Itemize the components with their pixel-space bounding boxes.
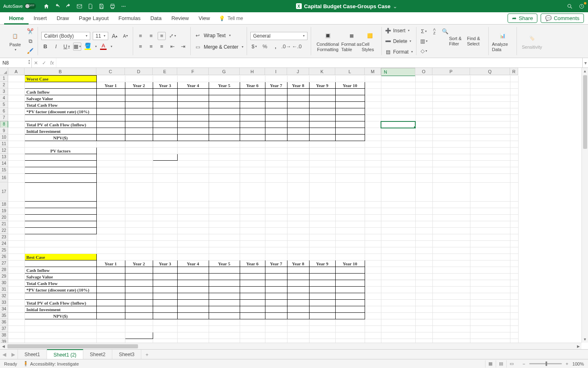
row-header-14[interactable]: 14 <box>0 160 8 167</box>
cell-K15[interactable] <box>309 167 335 174</box>
cell-A34[interactable] <box>8 306 24 313</box>
cell-A5[interactable] <box>8 102 24 108</box>
search-icon[interactable] <box>567 3 573 9</box>
cell-E9[interactable] <box>153 128 177 135</box>
cell-Q25[interactable] <box>470 247 510 254</box>
cell-L1[interactable] <box>335 76 365 82</box>
cell-O21[interactable] <box>415 221 432 228</box>
cell-D35[interactable] <box>125 313 153 319</box>
row-header-6[interactable]: 6 <box>0 108 8 114</box>
cell-B12[interactable]: PV factors <box>24 148 96 154</box>
cell-I9[interactable] <box>265 128 287 135</box>
cell-E31[interactable] <box>153 287 177 293</box>
cell-N15[interactable] <box>381 167 415 174</box>
share-button[interactable]: ➦ Share <box>508 13 537 23</box>
cell-A19[interactable] <box>8 208 24 215</box>
cell-K38[interactable] <box>309 332 335 339</box>
cell-M12[interactable] <box>365 148 381 154</box>
cell-I18[interactable] <box>265 202 287 208</box>
cell-P37[interactable] <box>432 326 470 332</box>
cell-Q1[interactable] <box>470 76 510 82</box>
cell-R1[interactable] <box>510 76 518 82</box>
cell-B11[interactable] <box>24 141 96 148</box>
cell-I27[interactable]: Year 7 <box>265 260 287 267</box>
cell-D7[interactable] <box>125 115 153 121</box>
cell-O10[interactable] <box>415 135 432 141</box>
sort-az-icon[interactable]: AZ <box>430 27 439 36</box>
cell-O31[interactable] <box>415 287 432 293</box>
cell-M33[interactable] <box>365 300 381 306</box>
cell-I21[interactable] <box>265 221 287 228</box>
cell-J36[interactable] <box>287 319 309 326</box>
cell-H23[interactable] <box>240 234 265 241</box>
cell-M1[interactable] <box>365 76 381 82</box>
cell-M5[interactable] <box>365 102 381 108</box>
cell-M8[interactable] <box>365 121 381 128</box>
cell-A35[interactable] <box>8 313 24 319</box>
cell-M29[interactable] <box>365 274 381 280</box>
column-header-E[interactable]: E <box>153 68 177 75</box>
cell-N38[interactable] <box>381 332 415 339</box>
column-header-K[interactable]: K <box>309 68 335 75</box>
cell-H29[interactable] <box>240 274 265 280</box>
cell-P36[interactable] <box>432 319 470 326</box>
cell-J30[interactable] <box>287 280 309 287</box>
cell-I8[interactable] <box>265 121 287 128</box>
cell-E5[interactable] <box>153 102 177 108</box>
cell-F18[interactable] <box>177 202 209 208</box>
cell-C6[interactable] <box>96 108 125 115</box>
cell-R34[interactable] <box>510 306 518 313</box>
row-header-15[interactable]: 15 <box>0 167 8 173</box>
cell-F21[interactable] <box>177 221 209 228</box>
cell-L25[interactable] <box>335 247 365 254</box>
cell-styles-button[interactable]: 🟨 Cell Styles <box>362 30 378 52</box>
cell-L36[interactable] <box>335 319 365 326</box>
cell-C28[interactable] <box>96 267 125 274</box>
cell-Q26[interactable] <box>470 254 510 260</box>
cell-D25[interactable] <box>125 247 153 254</box>
fill-color-button[interactable]: 🪣 <box>84 43 92 51</box>
cell-E37[interactable] <box>153 326 177 332</box>
cell-J9[interactable] <box>287 128 309 135</box>
cell-G6[interactable] <box>209 108 240 115</box>
cell-A15[interactable] <box>8 167 24 174</box>
cell-L20[interactable] <box>335 215 365 221</box>
cell-D37[interactable] <box>125 326 153 332</box>
cell-P21[interactable] <box>432 221 470 228</box>
cell-M6[interactable] <box>365 108 381 115</box>
row-header-9[interactable]: 9 <box>0 128 8 134</box>
row-header-3[interactable]: 3 <box>0 88 8 95</box>
cell-K31[interactable] <box>309 287 335 293</box>
cell-N28[interactable] <box>381 267 415 274</box>
cell-R7[interactable] <box>510 115 518 121</box>
cell-D13[interactable] <box>125 154 153 161</box>
row-header-29[interactable]: 29 <box>0 273 8 280</box>
italic-button[interactable]: I <box>52 43 60 51</box>
cell-G30[interactable] <box>209 280 240 287</box>
column-header-I[interactable]: I <box>265 68 287 75</box>
font-name-select[interactable]: Calibri (Body)▾ <box>41 32 90 40</box>
cell-B3[interactable]: Cash Inflow <box>24 89 96 95</box>
cell-K13[interactable] <box>309 154 335 161</box>
cell-F14[interactable] <box>177 161 209 167</box>
cell-Q11[interactable] <box>470 141 510 148</box>
row-header-5[interactable]: 5 <box>0 101 8 108</box>
cell-G9[interactable] <box>209 128 240 135</box>
cell-L22[interactable] <box>335 228 365 234</box>
cell-F4[interactable] <box>177 95 209 102</box>
cell-L4[interactable] <box>335 95 365 102</box>
vertical-scrollbar[interactable]: ▲ ▼ <box>581 68 588 343</box>
column-header-J[interactable]: J <box>287 68 309 75</box>
cell-C10[interactable] <box>96 135 125 141</box>
cell-G22[interactable] <box>209 228 240 234</box>
ribbon-tab-draw[interactable]: Draw <box>52 12 74 25</box>
cell-Q15[interactable] <box>470 167 510 174</box>
cell-G35[interactable] <box>209 313 240 319</box>
cell-G10[interactable] <box>209 135 240 141</box>
cell-L33[interactable] <box>335 300 365 306</box>
cell-O29[interactable] <box>415 274 432 280</box>
cell-Q23[interactable] <box>470 234 510 241</box>
cell-I32[interactable] <box>265 293 287 300</box>
cell-G32[interactable] <box>209 293 240 300</box>
cell-R27[interactable] <box>510 260 518 267</box>
